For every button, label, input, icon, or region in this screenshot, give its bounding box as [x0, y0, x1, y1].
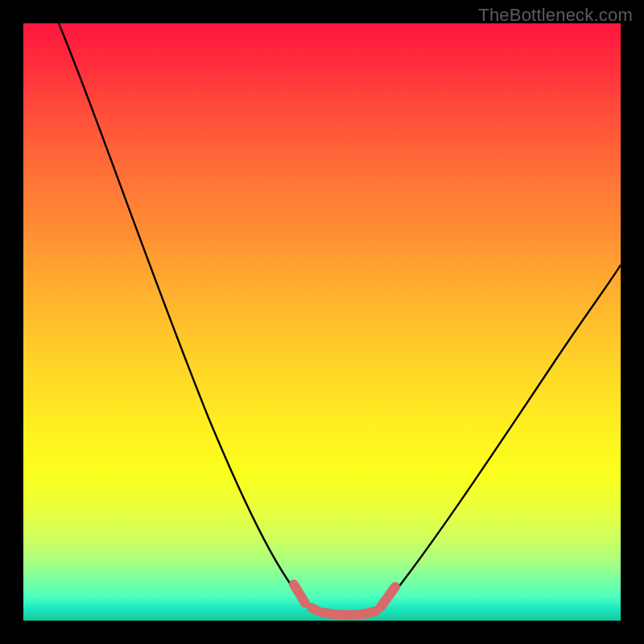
watermark-text: TheBottleneck.com — [478, 5, 633, 26]
marker-left-joint — [312, 608, 318, 611]
chart-frame: TheBottleneck.com — [0, 0, 644, 644]
marker-left-dash — [294, 584, 305, 603]
plot-area — [23, 23, 621, 621]
optimal-range-markers — [23, 23, 621, 621]
marker-bottom-dash — [323, 611, 376, 615]
marker-right-dash — [381, 587, 395, 607]
